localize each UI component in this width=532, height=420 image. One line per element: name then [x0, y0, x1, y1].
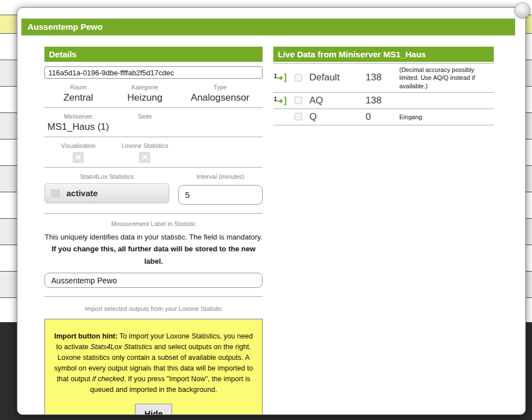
description-text: This uniquely identifies data in your st…	[44, 233, 263, 241]
field-value: Heizung	[112, 92, 177, 103]
field-label: Miniserver	[44, 113, 112, 120]
table-row: Q 0 Eingang	[273, 109, 494, 125]
flag-loxone-statistics: Loxone Statistics ✕	[112, 142, 177, 163]
output-checkbox[interactable]	[295, 74, 302, 82]
import-target-icon: 1➜]	[273, 96, 295, 106]
interval-group: Interval (minutes)	[178, 173, 263, 205]
live-data-table: 1➜] Default 138 (Decimal accuracy possib…	[273, 63, 494, 125]
field-empty	[178, 113, 263, 133]
checkbox-icon	[51, 189, 60, 198]
import-hint-box: Import button hint: To import your Loxon…	[44, 319, 263, 415]
field-kategorie: Kategorie Heizung	[112, 84, 177, 103]
field-raum: Raum Zentral	[44, 84, 112, 103]
output-name: AQ	[309, 95, 366, 106]
flag-label: Loxone Statistics	[112, 142, 177, 149]
live-data-section: Live Data from Miniserver MS1_Haus 1➜] D…	[273, 47, 494, 415]
measurement-label-block: Measurement Label in Statistic This uniq…	[44, 214, 263, 297]
activate-label: activate	[66, 188, 98, 198]
output-value: 138	[366, 95, 399, 106]
dialog-body: Details Raum Zentral Kategorie Heizung T…	[17, 47, 525, 415]
hide-button[interactable]: Hide	[135, 404, 173, 415]
output-name: Q	[309, 111, 366, 123]
output-value: 0	[366, 111, 399, 123]
field-label: Type	[178, 84, 263, 91]
details-header: Details	[44, 47, 263, 62]
measurement-label-input[interactable]	[44, 273, 263, 288]
stats4lox-activate-group: Stats4Lox Statistics activate	[44, 173, 169, 205]
activate-checkbox-button[interactable]: activate	[44, 183, 169, 203]
field-value: Analogsensor	[178, 92, 263, 103]
output-checkbox[interactable]	[295, 113, 302, 120]
flag-label: Visualisation	[44, 142, 112, 149]
cross-icon: ✕	[139, 152, 150, 163]
import-target-icon: 1➜]	[273, 73, 295, 83]
live-data-header: Live Data from Miniserver MS1_Haus	[273, 47, 494, 62]
measurement-description: This uniquely identifies data in your st…	[44, 231, 263, 267]
field-label: Kategorie	[112, 84, 177, 91]
dialog-title: Aussentemp Pewo	[21, 19, 515, 35]
interval-label: Interval (minutes)	[178, 173, 263, 180]
stats-settings-row: Stats4Lox Statistics activate Interval (…	[44, 168, 263, 214]
field-label: Raum	[44, 84, 112, 91]
output-name: Default	[309, 72, 366, 83]
field-seite: Seite	[112, 113, 177, 133]
interval-input[interactable]	[178, 185, 263, 205]
flag-empty	[178, 142, 263, 163]
field-value: Zentral	[44, 92, 112, 103]
details-row-2: Miniserver MS1_Haus (1) Seite	[44, 108, 263, 137]
hint-text-bold: Import button hint:	[54, 332, 118, 340]
measurement-label: Measurement Label in Statistic	[44, 220, 263, 227]
field-label: Seite	[112, 113, 177, 120]
hint-text-italic: if checked	[92, 375, 124, 383]
details-row-flags: Visualisation ✕ Loxone Statistics ✕	[44, 137, 263, 168]
stats4lox-label: Stats4Lox Statistics	[44, 173, 169, 180]
field-miniserver: Miniserver MS1_Haus (1)	[44, 113, 112, 133]
output-note: Eingang	[399, 113, 494, 121]
flag-visualisation: Visualisation ✕	[44, 142, 112, 163]
output-checkbox[interactable]	[295, 97, 302, 104]
table-row: 1➜] Default 138 (Decimal accuracy possib…	[273, 64, 494, 93]
field-type: Type Analogsensor	[178, 84, 263, 103]
field-value: MS1_Haus (1)	[44, 121, 112, 133]
output-value: 138	[366, 72, 399, 83]
import-section-label: Import selected outputs from your Loxone…	[44, 305, 263, 312]
cross-icon: ✕	[73, 152, 84, 163]
sensor-detail-dialog: Aussentemp Pewo Details Raum Zentral Kat…	[17, 7, 526, 415]
details-row-1: Raum Zentral Kategorie Heizung Type Anal…	[44, 79, 263, 108]
close-icon[interactable]: ✕	[515, 2, 530, 18]
description-text-bold: If you change this, all further data wil…	[52, 245, 256, 265]
hint-text-italic: Stats4Lox Statistics	[91, 343, 152, 351]
uuid-field[interactable]	[44, 66, 263, 79]
details-section: Details Raum Zentral Kategorie Heizung T…	[44, 47, 263, 415]
output-note: (Decimal accuracy possibly limited. Use …	[399, 66, 494, 90]
table-row: 1➜] AQ 138	[273, 93, 494, 109]
